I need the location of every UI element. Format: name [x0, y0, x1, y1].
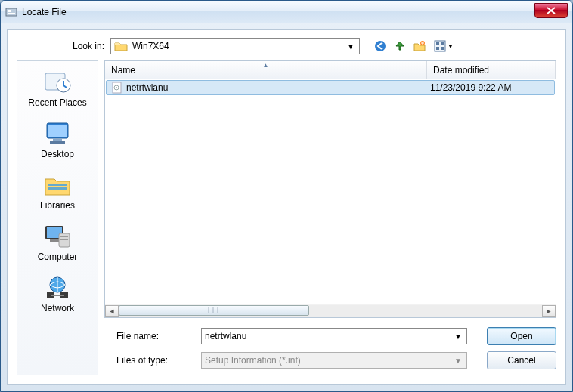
svg-rect-20 — [50, 239, 59, 242]
dialog-body: Look in: Win7X64 ▼ — [7, 29, 566, 385]
lookin-row: Look in: Win7X64 ▼ — [17, 38, 556, 60]
svg-rect-23 — [60, 239, 68, 240]
scroll-right-icon[interactable]: ► — [542, 305, 556, 317]
place-network[interactable]: Network — [21, 271, 94, 321]
chevron-down-icon: ▼ — [453, 357, 463, 365]
place-label: Network — [41, 303, 74, 313]
bottom-controls: File name: netrtwlanu ▼ Open Files of ty… — [104, 327, 556, 375]
place-computer[interactable]: Computer — [21, 220, 94, 270]
chevron-down-icon: ▼ — [345, 42, 356, 51]
lookin-label: Look in: — [62, 41, 104, 51]
desktop-icon — [42, 120, 73, 147]
lookin-combo[interactable]: Win7X64 ▼ — [110, 38, 360, 54]
libraries-icon — [42, 171, 73, 199]
places-bar: Recent Places Desktop Libraries — [17, 60, 98, 375]
svg-rect-8 — [436, 47, 439, 50]
svg-point-3 — [375, 41, 386, 51]
recent-places-icon — [42, 69, 73, 96]
chevron-down-icon: ▼ — [453, 332, 463, 341]
list-header: ▲ Name Date modified — [105, 61, 556, 79]
up-one-level-button[interactable] — [392, 39, 408, 54]
scroll-left-icon[interactable]: ◄ — [105, 305, 119, 317]
locate-file-dialog: Locate File Look in: Win7X64 ▼ — [0, 0, 573, 392]
filename-combo[interactable]: netrtwlanu ▼ — [201, 328, 467, 344]
svg-rect-9 — [441, 47, 444, 50]
file-list: ▲ Name Date modified netrtwlanu — [104, 60, 556, 318]
folder-icon — [114, 40, 128, 52]
scroll-thumb[interactable]: ∣∣∣ — [119, 305, 309, 316]
open-button[interactable]: Open — [487, 327, 556, 345]
svg-point-29 — [116, 87, 117, 88]
svg-rect-2 — [8, 13, 15, 14]
place-label: Recent Places — [28, 97, 86, 108]
back-button[interactable] — [372, 39, 389, 54]
network-icon — [42, 274, 73, 301]
inf-file-icon — [111, 82, 123, 94]
cancel-button[interactable]: Cancel — [487, 351, 556, 369]
place-libraries[interactable]: Libraries — [21, 168, 94, 218]
svg-rect-7 — [441, 42, 444, 45]
column-name[interactable]: ▲ Name — [105, 61, 427, 79]
chevron-down-icon: ▼ — [448, 43, 454, 50]
filename-value: netrtwlanu — [205, 331, 453, 341]
horizontal-scrollbar[interactable]: ◄ ∣∣∣ ► — [105, 304, 556, 317]
app-icon — [5, 6, 17, 18]
place-label: Desktop — [41, 149, 74, 159]
file-date: 11/23/2019 9:22 AM — [426, 82, 554, 93]
new-folder-button[interactable] — [411, 39, 428, 54]
column-name-label: Name — [111, 65, 135, 76]
place-desktop[interactable]: Desktop — [21, 117, 94, 167]
svg-rect-17 — [48, 187, 67, 190]
filetype-combo[interactable]: Setup Information (*.inf) ▼ — [201, 352, 467, 369]
svg-rect-22 — [60, 236, 68, 237]
nav-toolbar: ▼ — [372, 39, 457, 54]
place-recent[interactable]: Recent Places — [21, 66, 94, 116]
filetype-value: Setup Information (*.inf) — [205, 355, 453, 366]
titlebar[interactable]: Locate File — [1, 1, 572, 23]
file-row[interactable]: netrtwlanu 11/23/2019 9:22 AM — [106, 80, 555, 95]
column-date[interactable]: Date modified — [427, 61, 556, 79]
svg-rect-16 — [48, 184, 67, 186]
window-title: Locate File — [22, 7, 534, 17]
close-button[interactable] — [534, 3, 568, 18]
svg-rect-14 — [53, 138, 62, 141]
list-body[interactable]: netrtwlanu 11/23/2019 9:22 AM — [105, 79, 556, 304]
filename-label: File name: — [109, 331, 190, 341]
sort-asc-icon: ▲ — [263, 62, 269, 69]
scroll-track[interactable]: ∣∣∣ — [119, 305, 542, 317]
views-button[interactable]: ▼ — [431, 39, 457, 54]
computer-icon — [42, 223, 73, 250]
filetype-label: Files of type: — [109, 355, 190, 366]
svg-rect-6 — [436, 42, 439, 45]
lookin-value: Win7X64 — [132, 41, 345, 51]
svg-rect-15 — [50, 141, 65, 144]
place-label: Libraries — [40, 200, 75, 211]
column-date-label: Date modified — [433, 65, 489, 76]
svg-rect-1 — [8, 10, 11, 12]
svg-rect-13 — [48, 125, 67, 137]
place-label: Computer — [38, 252, 78, 262]
main-area: Recent Places Desktop Libraries — [17, 60, 556, 375]
file-name: netrtwlanu — [126, 82, 426, 93]
